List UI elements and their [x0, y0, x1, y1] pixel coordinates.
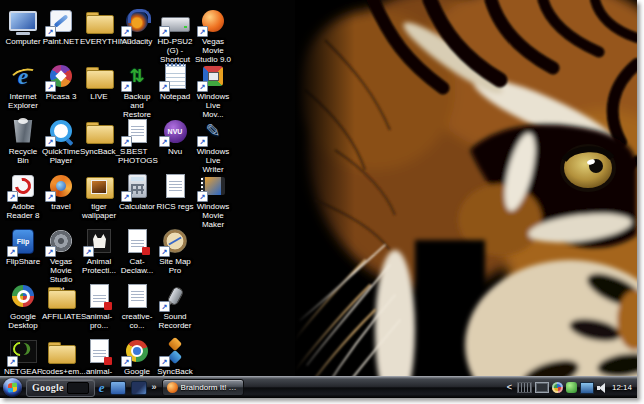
desktop-icon-internet-explorer[interactable]: Internet Explorer: [4, 61, 42, 110]
desktop-icon-label: Picasa 3: [42, 92, 80, 101]
desktop-icon-recycle-bin[interactable]: Recycle Bin: [4, 116, 42, 165]
desktop-icon-label: FlipShare: [4, 257, 42, 266]
desktop-icon-grid: Computer↗Paint.NETEVERYTHING↗Audacity↗HD…: [0, 0, 637, 398]
nvu-icon: ↗: [158, 116, 192, 146]
desktop-icon-tiger-wallpaper[interactable]: tiger wallpaper: [80, 171, 118, 220]
overflow-chevron-icon[interactable]: »: [151, 383, 158, 392]
desktop: Computer↗Paint.NETEVERYTHING↗Audacity↗HD…: [0, 0, 637, 398]
start-button[interactable]: [3, 378, 22, 397]
tray-updates-icon[interactable]: [566, 382, 577, 393]
desktop-icon-label: QuickTime Player: [42, 147, 80, 165]
internet-explorer-icon[interactable]: e: [99, 381, 105, 394]
tray-google-desktop-icon[interactable]: [552, 382, 563, 393]
desktop-icon-label: Animal Protecti...: [80, 257, 118, 275]
tray-collapse-chevron-icon[interactable]: <: [506, 383, 513, 392]
folder-icon: [44, 281, 78, 311]
desktop-icon-label: animal-pro...: [80, 312, 118, 330]
task-button-firefox[interactable]: Braindorm It! - Moz...: [162, 379, 244, 396]
tray-icons: [517, 382, 608, 394]
netgear-icon: ↗: [6, 336, 40, 366]
notepad-icon: ↗: [158, 61, 192, 91]
desktop-icon-cat-declaw[interactable]: Cat-Declaw...: [118, 226, 156, 275]
desktop-icon-windows-live-writer[interactable]: ↗Windows Live Writer: [194, 116, 232, 175]
desktop-icon-affiliates[interactable]: AFFILIATES: [42, 281, 80, 321]
desktop-icon-label: Cat-Declaw...: [118, 257, 156, 275]
desktop-icon-flipshare[interactable]: ↗FlipShare: [4, 226, 42, 266]
syncback-icon: ↗: [158, 336, 192, 366]
shortcut-arrow-icon: ↗: [159, 136, 170, 147]
desktop-icon-windows-live-mov[interactable]: ↗Windows Live Mov...: [194, 61, 232, 120]
shortcut-arrow-icon: ↗: [197, 191, 208, 202]
tray-keyboard-icon[interactable]: [517, 382, 532, 393]
desktop-icon-live[interactable]: LIVE: [80, 61, 118, 101]
desktop-icon-label: AFFILIATES: [42, 312, 80, 321]
writer-icon: ↗: [196, 116, 230, 146]
desktop-icon-best-photogs[interactable]: ↗BEST PHOTOGS: [118, 116, 156, 165]
show-desktop-icon[interactable]: [131, 381, 147, 395]
shortcut-arrow-icon: ↗: [45, 191, 56, 202]
desktop-icon-travel[interactable]: ↗travel: [42, 171, 80, 211]
clock[interactable]: 12:14: [612, 383, 634, 392]
desktop-icon-calculator[interactable]: ↗Calculator: [118, 171, 156, 211]
desktop-icon-codes-em[interactable]: codes+em...: [42, 336, 80, 376]
shortcut-arrow-icon: ↗: [121, 356, 132, 367]
desktop-icon-paint-net[interactable]: ↗Paint.NET: [42, 6, 80, 46]
tray-display-icon[interactable]: [535, 382, 549, 393]
desktop-icon-nvu[interactable]: ↗Nvu: [156, 116, 194, 156]
desktop-icon-label: Audacity: [118, 37, 156, 46]
desktop-icon-animal-pro[interactable]: animal-pro...: [80, 281, 118, 330]
quick-launch: e: [99, 381, 147, 395]
pdf-icon: [120, 226, 154, 256]
tray-volume-icon[interactable]: [597, 383, 608, 393]
desktop-icon-quicktime-player[interactable]: ↗QuickTime Player: [42, 116, 80, 165]
shortcut-arrow-icon: ↗: [83, 246, 94, 257]
desktop-icon-notepad[interactable]: ↗Notepad: [156, 61, 194, 101]
system-tray: < 12:14: [506, 382, 634, 394]
desktop-icon-rics-regs[interactable]: RICS regs: [156, 171, 194, 211]
desktop-icon-site-map-pro[interactable]: ↗Site Map Pro: [156, 226, 194, 275]
desktop-icon-windows-movie-maker[interactable]: ↗Windows Movie Maker: [194, 171, 232, 230]
shortcut-arrow-icon: ↗: [45, 81, 56, 92]
desktop-icon-label: SyncBack_S...: [80, 147, 118, 156]
taskbar: Google e » Braindorm It! - Moz... < 12:1…: [0, 376, 637, 398]
remote-desktop-icon[interactable]: [110, 381, 126, 395]
desktop-icon-computer[interactable]: Computer: [4, 6, 42, 46]
desktop-icon-sound-recorder[interactable]: ↗Sound Recorder: [156, 281, 194, 330]
shortcut-arrow-icon: ↗: [197, 26, 208, 37]
google-search-input[interactable]: [67, 382, 89, 394]
flipshare-icon: ↗: [6, 226, 40, 256]
desktop-icon-hd-psu2-g-shortcut[interactable]: ↗HD-PSU2 (G) - Shortcut: [156, 6, 194, 65]
folder-icon: [82, 116, 116, 146]
desktop-icon-label: tiger wallpaper: [80, 202, 118, 220]
desktop-icon-animal-protecti[interactable]: ↗Animal Protecti...: [80, 226, 118, 275]
desktop-icon-picasa-3[interactable]: ↗Picasa 3: [42, 61, 80, 101]
folder-icon: [82, 6, 116, 36]
shortcut-arrow-icon: ↗: [197, 136, 208, 147]
vegas-icon: ↗: [196, 6, 230, 36]
desktop-icon-label: codes+em...: [42, 367, 80, 376]
desktop-icon-audacity[interactable]: ↗Audacity: [118, 6, 156, 46]
desktop-icon-label: Calculator: [118, 202, 156, 211]
desktop-icon-creative-co[interactable]: creative-co...: [118, 281, 156, 330]
desktop-icon-syncback-s[interactable]: SyncBack_S...: [80, 116, 118, 156]
sitemap-icon: ↗: [158, 226, 192, 256]
desktop-icon-adobe-reader-8[interactable]: ↗Adobe Reader 8: [4, 171, 42, 220]
document-icon: [158, 171, 192, 201]
google-logo: Google: [32, 383, 64, 393]
pdf-icon: [82, 336, 116, 366]
shortcut-arrow-icon: ↗: [45, 26, 56, 37]
desktop-icon-syncback[interactable]: ↗SyncBack: [156, 336, 194, 376]
desktop-icon-google-desktop[interactable]: Google Desktop: [4, 281, 42, 330]
google-deskbar[interactable]: Google: [26, 379, 95, 397]
picasa-icon: ↗: [44, 61, 78, 91]
desktop-icon-label: SyncBack: [156, 367, 194, 376]
shortcut-arrow-icon: ↗: [7, 246, 18, 257]
document-icon: [120, 281, 154, 311]
tray-network-icon[interactable]: [580, 382, 594, 394]
desktop-icon-everything[interactable]: EVERYTHING: [80, 6, 118, 46]
desktop-icon-vegas-movie-studio-9-0[interactable]: ↗Vegas Movie Studio 9.0: [194, 6, 232, 65]
drive-icon: ↗: [158, 6, 192, 36]
windows-live-icon: ↗: [196, 61, 230, 91]
internet-explorer-icon: [6, 61, 40, 91]
moviemaker-icon: ↗: [196, 171, 230, 201]
